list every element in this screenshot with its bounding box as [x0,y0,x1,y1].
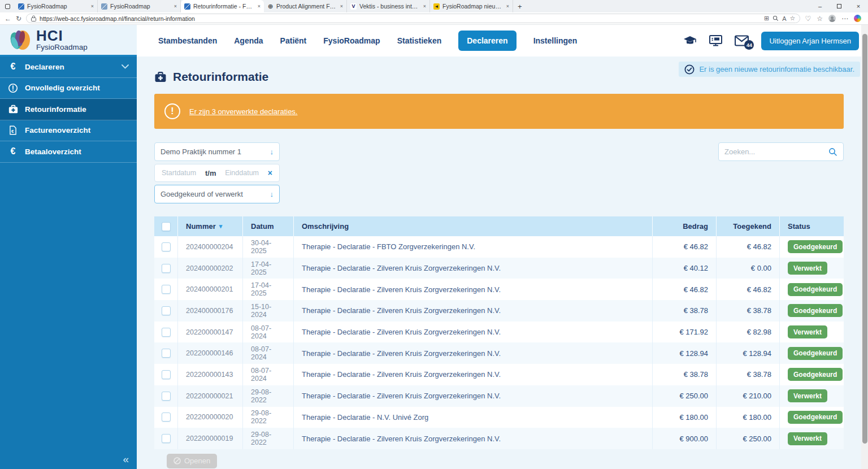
tab-actions-icon[interactable] [0,4,15,9]
zoom-icon[interactable] [772,15,779,21]
sidebar-item-betaaloverzicht[interactable]: €Betaaloverzicht [0,141,137,163]
table-row[interactable]: 20220000014708-07-2024Therapie - Declara… [154,322,844,343]
tab-close-icon[interactable]: × [506,3,509,9]
row-checkbox[interactable] [162,392,171,401]
restore-button[interactable] [830,0,849,12]
sidebar-item-facturenoverzicht[interactable]: €Facturenoverzicht [0,120,137,142]
sidebar-collapse-icon[interactable]: « [123,453,129,466]
row-checkbox[interactable] [162,328,171,337]
cell-omschrijving: Therapie - Declaratie - FBTO Zorgverzeke… [294,236,653,258]
new-tab-button[interactable]: + [518,2,522,11]
search-icon[interactable] [828,147,837,157]
nav-item-stambestanden[interactable]: Stambestanden [158,36,217,45]
practice-dropdown[interactable]: Demo Praktijk nummer 1 ↓ [154,142,280,161]
app-logo[interactable]: HCI FysioRoadmap [0,25,137,57]
sidebar-item-label: Declareren [25,63,64,71]
table-row[interactable]: 20240000017615-10-2024Therapie - Declara… [154,300,844,322]
sidebar-item-declareren[interactable]: €Declareren [0,57,137,78]
column-header-bedrag[interactable]: Bedrag [653,216,717,236]
table-row[interactable]: 20220000002029-08-2022Therapie - Declara… [154,407,844,428]
tab-close-icon[interactable]: × [91,3,94,9]
mail-icon[interactable]: 44 [735,35,749,46]
cell-nummer: 202200000143 [178,364,243,385]
start-date-placeholder[interactable]: Startdatum [162,169,196,177]
table-row[interactable]: 20220000014608-07-2024Therapie - Declara… [154,342,844,364]
browser-tab-fysioroadmap-nieuwsbrief-nove[interactable]: ◄FysioRoadmap nieuwsbrief | nove× [430,0,513,12]
column-header-omschrijving[interactable]: Omschrijving [294,216,653,236]
back-icon[interactable]: ← [5,15,11,23]
row-checkbox[interactable] [162,264,171,273]
table-row[interactable]: 20240000020217-04-2025Therapie - Declara… [154,258,844,279]
cell-bedrag: € 900.00 [653,428,717,449]
favorite-star-icon[interactable]: ☆ [790,15,796,22]
close-button[interactable]: × [849,0,868,12]
minimize-button[interactable]: – [810,0,830,12]
nav-item-statistieken[interactable]: Statistieken [397,36,442,45]
nav-item-declareren[interactable]: Declareren [458,31,516,51]
nav-item-instellingen[interactable]: Instellingen [533,36,578,45]
open-button[interactable]: Openen [167,454,217,468]
clear-dates-icon[interactable]: × [268,168,272,177]
page-scrollbar[interactable] [861,25,868,469]
row-checkbox[interactable] [162,285,171,294]
remote-support-monitor-icon[interactable] [709,35,722,46]
end-date-placeholder[interactable]: Einddatum [225,169,259,177]
table-row[interactable]: 20240000020117-04-2025Therapie - Declara… [154,279,844,300]
status-filter-dropdown[interactable]: Goedgekeurd of verwerkt ↓ [154,185,280,203]
url-field[interactable]: https://web-acc.fysioroadmap.nl/financia… [26,14,800,23]
row-checkbox[interactable] [162,242,171,251]
chevron-down-icon[interactable] [121,64,129,69]
cell-nummer: 202200000021 [178,385,243,407]
tab-close-icon[interactable]: × [174,3,177,9]
date-range-picker[interactable]: Startdatum t/m Einddatum × [154,164,280,182]
browser-tab-vektis-business-intelligence-cent[interactable]: VVektis - business intelligence cent× [347,0,430,12]
tab-close-icon[interactable]: × [258,3,261,9]
status-badge: Goedgekeurd [788,347,843,360]
row-checkbox[interactable] [162,306,171,315]
column-header-toegekend[interactable]: Toegekend [717,216,780,236]
refresh-icon[interactable]: ↻ [16,15,21,23]
column-header-nummer[interactable]: Nummer▾ [178,216,243,236]
copilot-icon[interactable] [854,15,861,22]
row-checkbox[interactable] [162,434,171,443]
unprocessed-declarations-link[interactable]: Er zijn 3 onverwerkte declaraties. [189,107,297,116]
split-screen-icon[interactable]: ⊞ [764,15,769,22]
browser-tab-fysioroadmap[interactable]: FysioRoadmap× [15,0,98,12]
table-row[interactable]: 20220000001929-08-2022Therapie - Declara… [154,428,844,449]
table-row[interactable]: 20220000014308-07-2024Therapie - Declara… [154,364,844,385]
site-info-lock-icon[interactable] [31,15,36,21]
column-header-status[interactable]: Status [780,216,844,236]
newsletter-favicon-icon: ◄ [433,3,440,10]
euro-icon: € [7,62,19,72]
browser-tab-product-alignment-frm-2025-xlsx[interactable]: ⊕Product Alignment FRM 2025.xlsx× [264,0,347,12]
cell-datum: 17-04-2025 [243,258,294,279]
favorites-bar-icon[interactable]: ☆ [817,15,823,23]
sidebar-item-onvolledig-overzicht[interactable]: Onvolledig overzicht [0,78,137,99]
cell-status: Goedgekeurd [780,342,844,364]
read-aloud-icon[interactable]: A [782,15,786,22]
profile-avatar[interactable] [828,15,836,22]
search-input[interactable] [724,147,825,156]
table-row[interactable]: 20220000002129-08-2022Therapie - Declara… [154,385,844,407]
nav-item-pati-nt[interactable]: Patiënt [280,36,307,45]
browser-tab-fysioroadmap[interactable]: FysioRoadmap× [98,0,181,12]
more-options-icon[interactable]: ⋯ [841,15,848,23]
logout-button[interactable]: Uitloggen Arjan Hermsen [761,32,859,50]
academy-graduation-cap-icon[interactable] [683,35,697,46]
sidebar-item-retourinformatie[interactable]: Retourinformatie [0,99,137,120]
table-row[interactable]: 20240000020430-04-2025Therapie - Declara… [154,236,844,258]
row-checkbox[interactable] [162,412,171,422]
nav-item-agenda[interactable]: Agenda [234,36,263,45]
row-checkbox[interactable] [162,370,171,379]
column-label: Datum [251,222,274,231]
browser-tab-retourinformatie-fysioroadmap[interactable]: Retourinformatie - FysioRoadmap× [181,0,264,12]
scrollbar-thumb[interactable] [862,34,867,444]
row-checkbox[interactable] [162,349,171,358]
browser-essentials-icon[interactable]: ♡ [805,15,811,23]
tab-close-icon[interactable]: × [340,3,343,9]
select-all-checkbox[interactable] [162,222,171,231]
column-header-datum[interactable]: Datum [243,216,294,236]
nav-item-fysioroadmap[interactable]: FysioRoadmap [323,36,380,45]
tab-close-icon[interactable]: × [423,3,426,9]
globe-favicon-icon: ⊕ [267,3,274,10]
